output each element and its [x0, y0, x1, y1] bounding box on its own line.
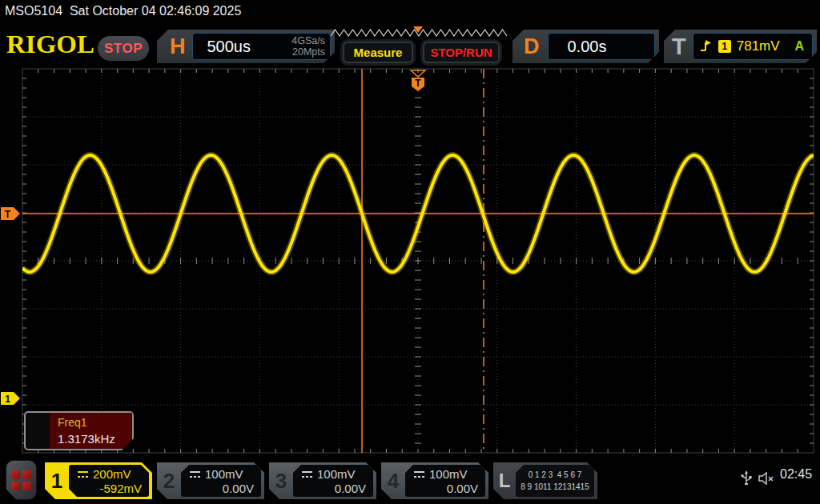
channel-3-tab[interactable]: 3 100mV 0.00V — [269, 462, 376, 499]
model-and-datetime: MSO5104 Sat October 04 02:46:09 2025 — [5, 4, 241, 18]
digital-channels-row1: 0 1 2 3 4 5 6 7 — [516, 469, 594, 482]
svg-text:1: 1 — [5, 394, 10, 405]
measurement-area: Freq1 1.3173kHz — [50, 413, 132, 449]
top-title-bar: MSO5104 Sat October 04 02:46:09 2025 — [0, 0, 820, 24]
dc-coupling-icon — [301, 470, 313, 478]
acquisition-info: 4GSa/s 20Mpts — [291, 35, 330, 58]
trigger-settings-block[interactable]: T 1 781mV A — [664, 30, 817, 63]
channel-2-offset: 0.00V — [181, 481, 261, 495]
run-state-indicator[interactable]: STOP — [98, 36, 149, 61]
channel-3-info: 100mV 0.00V — [293, 465, 373, 497]
oscilloscope-screen: MSO5104 Sat October 04 02:46:09 2025 RIG… — [0, 0, 820, 504]
channel-1-offset: -592mV — [69, 481, 149, 495]
measure-button[interactable]: Measure — [343, 42, 413, 63]
channel-1-number: 1 — [45, 462, 69, 499]
channel-4-tab[interactable]: 4 100mV 0.00V — [381, 462, 488, 499]
channel-2-info: 100mV 0.00V — [181, 465, 261, 497]
dc-coupling-icon — [77, 470, 89, 478]
measure-button-label: Measure — [354, 46, 403, 59]
channel-1-info: 200mV -592mV — [69, 465, 149, 497]
trigger-level-value: 781mV — [737, 38, 790, 54]
channel-2-scale: 100mV — [205, 467, 243, 481]
delay-value: 0.00s — [549, 38, 607, 56]
channel-4-offset: 0.00V — [405, 481, 485, 495]
dc-coupling-icon — [413, 470, 425, 478]
logic-analyzer-tab[interactable]: L 0 1 2 3 4 5 6 7 8 9 1011 12131415 — [493, 462, 597, 499]
trigger-mode-auto: A — [794, 39, 806, 54]
trigger-slope-icon — [700, 40, 713, 53]
trigger-source-badge: 1 — [718, 40, 731, 53]
memory-waveform-indicator[interactable] — [328, 26, 509, 39]
channel-1-zero-marker — [1, 392, 20, 405]
measurement-name: Freq1 — [58, 416, 132, 429]
svg-text:T: T — [5, 209, 11, 220]
memory-depth: 20Mpts — [292, 46, 325, 58]
stop-run-button[interactable]: STOP/RUN — [423, 42, 500, 63]
channel-status-bar: 1 200mV -592mV 2 — [0, 458, 820, 504]
header-bar: RIGOL STOP H 500us 4GSa/s 20Mpts Measure… — [0, 24, 820, 66]
delay-label: D — [524, 36, 540, 58]
channel-3-number: 3 — [269, 462, 293, 499]
trigger-box: 1 781mV A — [693, 33, 813, 60]
rigol-logo: RIGOL — [6, 31, 94, 59]
delay-settings-block[interactable]: D 0.00s — [512, 30, 659, 63]
channel-2-number: 2 — [157, 462, 181, 499]
app-menu-icon — [11, 470, 31, 490]
channel-4-number: 4 — [381, 462, 405, 499]
digital-channels-row2: 8 9 1011 12131415 — [516, 481, 594, 494]
channel-1-scale: 200mV — [93, 467, 131, 481]
svg-text:T: T — [415, 78, 421, 89]
timebase-box: 500us 4GSa/s 20Mpts — [192, 33, 332, 60]
channel-1-tab[interactable]: 1 200mV -592mV — [45, 462, 152, 499]
speaker-muted-icon[interactable] — [758, 471, 775, 486]
app-menu-button[interactable] — [6, 460, 37, 500]
delay-box: 0.00s — [548, 33, 656, 60]
usb-icon — [740, 470, 753, 486]
channel-3-scale: 100mV — [317, 467, 356, 481]
measurement-result-box[interactable]: Freq1 1.3173kHz — [24, 411, 134, 450]
channel-2-tab[interactable]: 2 100mV 0.00V — [157, 462, 264, 499]
system-clock: 02:45 — [780, 467, 812, 482]
channel-4-scale: 100mV — [429, 467, 468, 481]
dc-coupling-icon — [189, 470, 201, 478]
timebase-value: 500us — [193, 38, 292, 56]
stop-run-button-label: STOP/RUN — [430, 46, 492, 59]
trigger-label: T — [672, 35, 686, 58]
digital-channels-list: 0 1 2 3 4 5 6 7 8 9 1011 12131415 — [516, 465, 594, 497]
measurement-value: 1.3173kHz — [58, 432, 132, 446]
logic-analyzer-label: L — [493, 462, 516, 499]
horizontal-label: H — [170, 36, 186, 58]
horizontal-settings-block[interactable]: H 500us 4GSa/s 20Mpts — [157, 30, 335, 63]
channel-4-info: 100mV 0.00V — [405, 465, 485, 497]
channel-3-offset: 0.00V — [293, 481, 373, 495]
sample-rate: 4GSa/s — [291, 35, 325, 46]
